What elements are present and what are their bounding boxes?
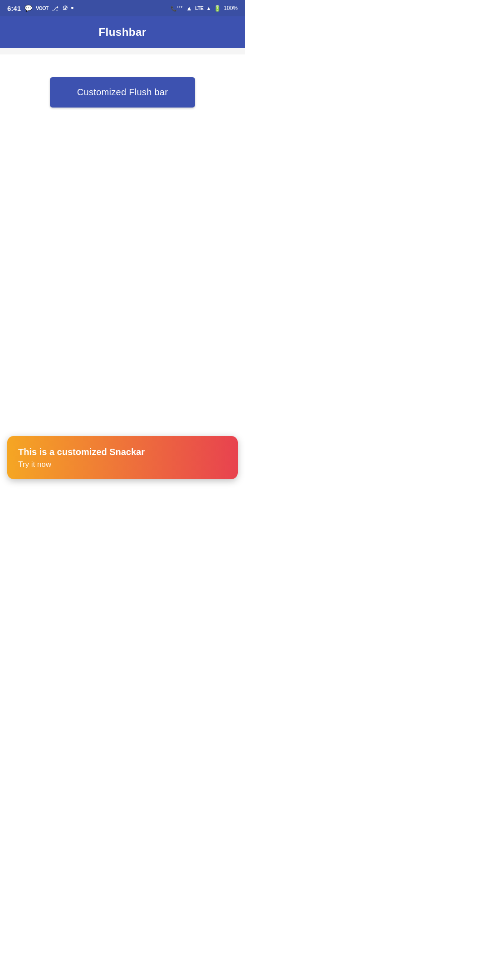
flushbar-subtitle[interactable]: Try it now: [18, 460, 227, 469]
wifi-icon: ▲: [186, 5, 192, 12]
status-bar-right: 📞LTE ▲ LTE ▲ 🔋 100%: [171, 5, 238, 12]
customized-flushbar-button[interactable]: Customized Flush bar: [50, 77, 196, 108]
disney-icon: 𝒟: [62, 5, 67, 12]
flushbar: This is a customized Snackar Try it now: [7, 436, 238, 479]
status-bar: 6:41 💬 VOOT ⎇ 𝒟 • 📞LTE ▲ LTE ▲ 🔋 100%: [0, 0, 245, 16]
signal-icon: ▲: [206, 5, 211, 11]
battery-percent: 100%: [224, 5, 238, 11]
lte-label: LTE: [195, 5, 203, 11]
battery-icon: 🔋: [214, 5, 221, 12]
status-bar-left: 6:41 💬 VOOT ⎇ 𝒟 •: [7, 4, 74, 12]
content-area: Customized Flush bar: [0, 54, 245, 440]
usb-icon: ⎇: [52, 5, 59, 12]
phone-lte-icon: 📞LTE: [171, 5, 184, 12]
notification-dot: •: [71, 4, 74, 12]
divider: [0, 48, 245, 54]
app-bar-title: Flushbar: [98, 26, 146, 39]
voot-icon: VOOT: [36, 5, 48, 11]
status-time: 6:41: [7, 5, 21, 12]
whatsapp-icon: 💬: [24, 5, 32, 12]
flushbar-title: This is a customized Snackar: [18, 447, 227, 457]
app-bar: Flushbar: [0, 16, 245, 48]
